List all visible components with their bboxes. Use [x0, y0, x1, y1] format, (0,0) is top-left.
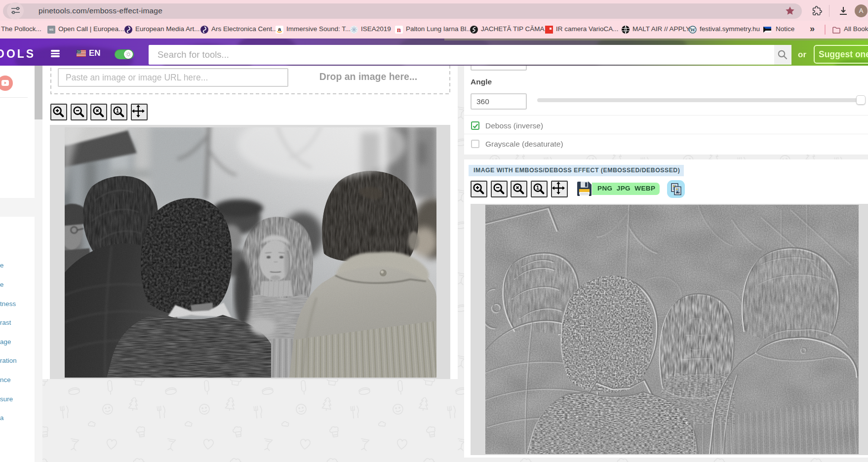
svg-text:1: 1 — [536, 185, 539, 191]
svg-text:a: a — [278, 26, 281, 32]
svg-text:n: n — [397, 26, 401, 34]
svg-text:W: W — [690, 27, 696, 33]
svg-text:1: 1 — [116, 108, 119, 114]
